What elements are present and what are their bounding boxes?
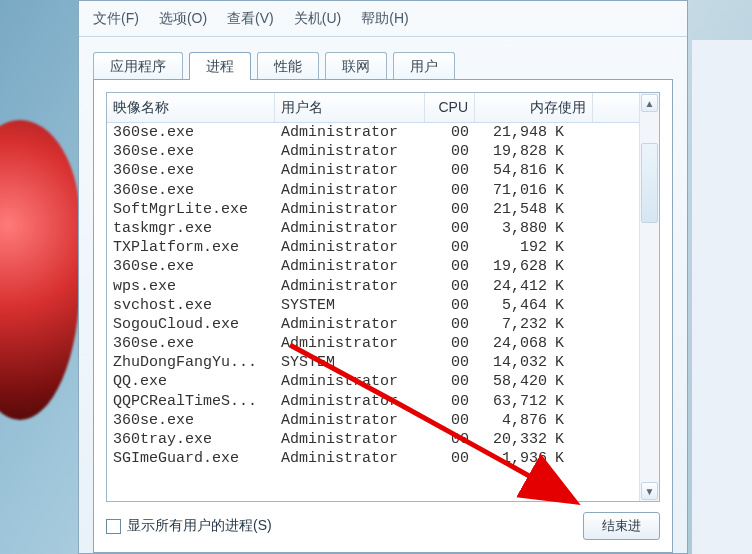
col-header-user[interactable]: 用户名: [275, 93, 425, 122]
cell-mem: 7,232: [475, 315, 553, 334]
menu-shutdown[interactable]: 关机(U): [284, 4, 351, 34]
tab-processes[interactable]: 进程: [189, 52, 251, 80]
cell-name: 360se.exe: [107, 142, 275, 161]
cell-unit: K: [553, 219, 591, 238]
cell-user: Administrator: [275, 392, 425, 411]
cell-name: ZhuDongFangYu...: [107, 353, 275, 372]
cell-user: Administrator: [275, 372, 425, 391]
tab-performance[interactable]: 性能: [257, 52, 319, 80]
cell-cpu: 00: [425, 296, 475, 315]
col-header-name[interactable]: 映像名称: [107, 93, 275, 122]
cell-cpu: 00: [425, 161, 475, 180]
table-row[interactable]: SGImeGuard.exeAdministrator001,936K: [107, 449, 639, 468]
table-row[interactable]: 360se.exeAdministrator0021,948K: [107, 123, 639, 142]
end-process-button[interactable]: 结束进: [583, 512, 660, 540]
scroll-down-button[interactable]: ▼: [641, 482, 658, 500]
cell-mem: 58,420: [475, 372, 553, 391]
cell-cpu: 00: [425, 277, 475, 296]
cell-unit: K: [553, 449, 591, 468]
cell-mem: 24,068: [475, 334, 553, 353]
cell-mem: 21,948: [475, 123, 553, 142]
cell-mem: 63,712: [475, 392, 553, 411]
checkbox-box[interactable]: [106, 519, 121, 534]
cell-user: SYSTEM: [275, 296, 425, 315]
menu-help[interactable]: 帮助(H): [351, 4, 418, 34]
cell-name: SGImeGuard.exe: [107, 449, 275, 468]
tab-networking[interactable]: 联网: [325, 52, 387, 80]
menu-file[interactable]: 文件(F): [83, 4, 149, 34]
cell-user: Administrator: [275, 238, 425, 257]
cell-unit: K: [553, 200, 591, 219]
cell-name: svchost.exe: [107, 296, 275, 315]
table-row[interactable]: SoftMgrLite.exeAdministrator0021,548K: [107, 200, 639, 219]
cell-mem: 19,628: [475, 257, 553, 276]
table-row[interactable]: 360se.exeAdministrator0024,068K: [107, 334, 639, 353]
cell-mem: 14,032: [475, 353, 553, 372]
tab-applications[interactable]: 应用程序: [93, 52, 183, 80]
cell-mem: 3,880: [475, 219, 553, 238]
cell-unit: K: [553, 123, 591, 142]
table-row[interactable]: TXPlatform.exeAdministrator00192K: [107, 238, 639, 257]
table-row[interactable]: SogouCloud.exeAdministrator007,232K: [107, 315, 639, 334]
cell-user: Administrator: [275, 219, 425, 238]
scroll-thumb[interactable]: [641, 143, 658, 223]
table-row[interactable]: 360se.exeAdministrator0019,628K: [107, 257, 639, 276]
menu-view[interactable]: 查看(V): [217, 4, 284, 34]
cell-name: wps.exe: [107, 277, 275, 296]
desktop-right-strip: [692, 40, 752, 554]
tab-users[interactable]: 用户: [393, 52, 455, 80]
cell-user: Administrator: [275, 315, 425, 334]
table-row[interactable]: 360se.exeAdministrator0054,816K: [107, 161, 639, 180]
show-all-users-checkbox[interactable]: 显示所有用户的进程(S): [106, 517, 272, 535]
scroll-up-button[interactable]: ▲: [641, 94, 658, 112]
table-row[interactable]: 360se.exeAdministrator0071,016K: [107, 181, 639, 200]
cell-name: 360tray.exe: [107, 430, 275, 449]
table-row[interactable]: 360se.exeAdministrator004,876K: [107, 411, 639, 430]
table-row[interactable]: svchost.exeSYSTEM005,464K: [107, 296, 639, 315]
cell-mem: 54,816: [475, 161, 553, 180]
cell-unit: K: [553, 392, 591, 411]
cell-name: taskmgr.exe: [107, 219, 275, 238]
task-manager-window: 文件(F) 选项(O) 查看(V) 关机(U) 帮助(H) 应用程序 进程 性能…: [78, 0, 688, 554]
menu-options[interactable]: 选项(O): [149, 4, 217, 34]
cell-user: Administrator: [275, 142, 425, 161]
cell-name: 360se.exe: [107, 411, 275, 430]
vertical-scrollbar[interactable]: ▲ ▼: [639, 93, 659, 501]
cell-name: 360se.exe: [107, 181, 275, 200]
table-row[interactable]: 360se.exeAdministrator0019,828K: [107, 142, 639, 161]
table-row[interactable]: 360tray.exeAdministrator0020,332K: [107, 430, 639, 449]
cell-user: Administrator: [275, 123, 425, 142]
table-row[interactable]: QQPCRealTimeS...Administrator0063,712K: [107, 392, 639, 411]
cell-unit: K: [553, 181, 591, 200]
cell-unit: K: [553, 372, 591, 391]
cell-unit: K: [553, 238, 591, 257]
col-header-cpu[interactable]: CPU: [425, 93, 475, 122]
cell-cpu: 00: [425, 219, 475, 238]
cell-unit: K: [553, 257, 591, 276]
cell-mem: 192: [475, 238, 553, 257]
cell-name: 360se.exe: [107, 334, 275, 353]
cell-mem: 71,016: [475, 181, 553, 200]
bottom-controls: 显示所有用户的进程(S) 结束进: [106, 502, 660, 540]
checkbox-label: 显示所有用户的进程(S): [127, 517, 272, 535]
table-row[interactable]: QQ.exeAdministrator0058,420K: [107, 372, 639, 391]
cell-user: Administrator: [275, 449, 425, 468]
cell-name: QQPCRealTimeS...: [107, 392, 275, 411]
cell-name: SogouCloud.exe: [107, 315, 275, 334]
table-row[interactable]: taskmgr.exeAdministrator003,880K: [107, 219, 639, 238]
cell-name: SoftMgrLite.exe: [107, 200, 275, 219]
cell-user: Administrator: [275, 257, 425, 276]
col-header-mem[interactable]: 内存使用: [475, 93, 593, 122]
cell-cpu: 00: [425, 392, 475, 411]
cell-cpu: 00: [425, 315, 475, 334]
table-row[interactable]: wps.exeAdministrator0024,412K: [107, 277, 639, 296]
cell-name: QQ.exe: [107, 372, 275, 391]
cell-unit: K: [553, 430, 591, 449]
cell-user: Administrator: [275, 430, 425, 449]
cell-mem: 19,828: [475, 142, 553, 161]
cell-unit: K: [553, 315, 591, 334]
cell-cpu: 00: [425, 411, 475, 430]
cell-unit: K: [553, 296, 591, 315]
cell-cpu: 00: [425, 430, 475, 449]
table-row[interactable]: ZhuDongFangYu...SYSTEM0014,032K: [107, 353, 639, 372]
